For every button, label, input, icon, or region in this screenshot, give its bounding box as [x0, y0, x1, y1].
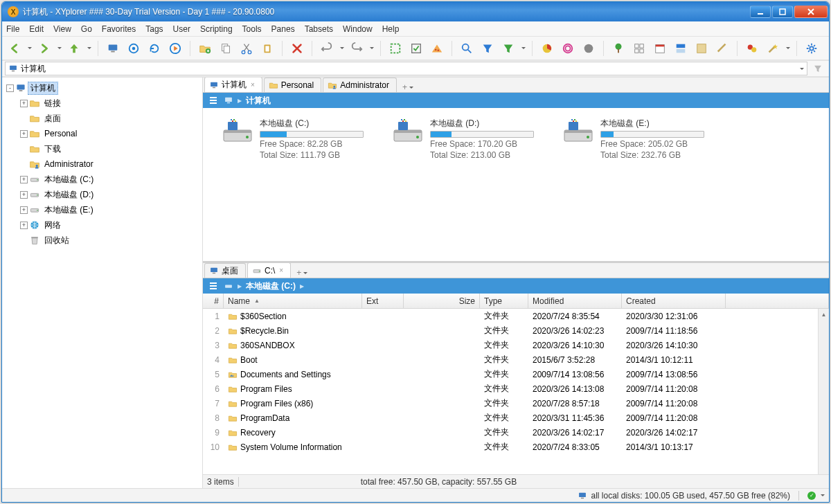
- expand-toggle[interactable]: +: [20, 191, 28, 199]
- calendar-icon[interactable]: [652, 40, 668, 57]
- address-dropdown[interactable]: [800, 68, 804, 70]
- redo-icon[interactable]: [348, 40, 365, 57]
- grid-icon[interactable]: [631, 40, 647, 57]
- maximize-button[interactable]: [772, 6, 793, 18]
- status-ok-icon[interactable]: ✓: [807, 492, 816, 500]
- tree-node[interactable]: +本地磁盘 (C:): [3, 172, 201, 187]
- menu-view[interactable]: View: [53, 24, 71, 34]
- expand-toggle[interactable]: [20, 115, 28, 123]
- copy-icon[interactable]: [217, 40, 234, 57]
- menu-icon[interactable]: [207, 94, 220, 107]
- tree-node[interactable]: +本地磁盘 (D:): [3, 187, 201, 202]
- search-icon[interactable]: [458, 40, 475, 57]
- up-button[interactable]: [66, 40, 82, 57]
- table-row[interactable]: 10System Volume Information文件夹2020/7/24 …: [203, 440, 829, 454]
- spiral-icon[interactable]: [560, 40, 576, 57]
- folder-tree[interactable]: -计算机+链接桌面+Personal下载Administrator+本地磁盘 (…: [2, 78, 203, 488]
- drive-item[interactable]: 本地磁盘 (E:)Free Space: 205.02 GBTotal Size…: [562, 118, 704, 160]
- col-created[interactable]: Created: [622, 294, 726, 308]
- table-row[interactable]: 2$Recycle.Bin文件夹2020/3/26 14:02:232009/7…: [203, 323, 829, 338]
- filter-dropdown[interactable]: [521, 47, 526, 49]
- minimize-button[interactable]: [750, 6, 771, 18]
- forward-button[interactable]: [36, 40, 53, 57]
- menu-edit[interactable]: Edit: [29, 24, 44, 34]
- pie-icon[interactable]: [539, 40, 555, 57]
- menu-tags[interactable]: Tags: [145, 24, 163, 34]
- circle-icon[interactable]: [580, 40, 597, 57]
- tab[interactable]: Administrator: [323, 78, 397, 92]
- table-row[interactable]: 3360SANDBOX文件夹2020/3/26 14:10:302020/3/2…: [203, 338, 829, 352]
- tree-node[interactable]: +本地磁盘 (E:): [3, 202, 201, 217]
- wand-icon[interactable]: [765, 40, 781, 57]
- col-size[interactable]: Size: [404, 294, 480, 308]
- table-row[interactable]: 8ProgramData文件夹2020/3/31 11:45:362009/7/…: [203, 411, 829, 425]
- drive-item[interactable]: 本地磁盘 (C:)Free Space: 82.28 GBTotal Size:…: [221, 118, 364, 160]
- menu-window[interactable]: Window: [343, 24, 373, 34]
- cut-icon[interactable]: [238, 40, 255, 57]
- expand-toggle[interactable]: [20, 145, 28, 153]
- panel-icon[interactable]: [693, 40, 710, 57]
- filter-icon[interactable]: [479, 40, 496, 57]
- add-tab-button[interactable]: +: [292, 268, 312, 278]
- wand-dropdown[interactable]: [786, 47, 790, 49]
- menu-icon[interactable]: [207, 280, 220, 292]
- table-row[interactable]: 6Program Files文件夹2020/3/26 14:13:082009/…: [203, 381, 829, 396]
- back-button[interactable]: [6, 40, 23, 57]
- tree-icon[interactable]: [610, 40, 627, 57]
- forward-dropdown[interactable]: [57, 47, 62, 49]
- close-tab-icon[interactable]: ×: [251, 81, 255, 89]
- col-modified[interactable]: Modified: [528, 294, 622, 308]
- play-icon[interactable]: [167, 40, 184, 57]
- expand-toggle[interactable]: +: [20, 130, 28, 138]
- refresh-icon[interactable]: [146, 40, 163, 57]
- table-row[interactable]: 1$360Section文件夹2020/7/24 8:35:542020/3/3…: [203, 309, 829, 323]
- add-tab-button[interactable]: +: [398, 82, 418, 92]
- menu-file[interactable]: File: [6, 24, 19, 34]
- menu-user[interactable]: User: [173, 24, 190, 34]
- tree-node[interactable]: 回收站: [3, 233, 201, 248]
- address-input[interactable]: 计算机: [5, 62, 807, 75]
- bottom-breadcrumb[interactable]: ▸ 本地磁盘 (C:) ▸: [203, 278, 829, 294]
- tab[interactable]: C:\×: [247, 263, 291, 278]
- paste-icon[interactable]: [259, 40, 276, 57]
- select-icon[interactable]: [387, 40, 404, 57]
- tree-node[interactable]: 下载: [3, 141, 201, 156]
- split-icon[interactable]: [672, 40, 689, 57]
- scrollbar[interactable]: ▲: [818, 309, 829, 474]
- expand-toggle[interactable]: [20, 237, 28, 244]
- expand-toggle[interactable]: +: [20, 100, 28, 107]
- status-dropdown[interactable]: [821, 494, 825, 496]
- redo-dropdown[interactable]: [370, 47, 374, 49]
- close-tab-icon[interactable]: ×: [279, 267, 283, 274]
- top-breadcrumb[interactable]: ▸ 计算机: [203, 93, 829, 108]
- menu-tabsets[interactable]: Tabsets: [305, 24, 333, 34]
- menu-scripting[interactable]: Scripting: [200, 24, 233, 34]
- quick-filter-icon[interactable]: [810, 62, 826, 75]
- expand-toggle[interactable]: -: [6, 84, 14, 92]
- menu-favorites[interactable]: Favorites: [102, 24, 136, 34]
- computer-icon[interactable]: [105, 40, 121, 57]
- up-dropdown[interactable]: [87, 47, 91, 49]
- menu-help[interactable]: Help: [382, 24, 400, 34]
- table-row[interactable]: 7Program Files (x86)文件夹2020/7/28 8:57:18…: [203, 396, 829, 411]
- blob-icon[interactable]: [744, 40, 760, 57]
- expand-toggle[interactable]: +: [20, 206, 28, 214]
- close-button[interactable]: [794, 6, 828, 18]
- col-name[interactable]: Name▲: [224, 294, 362, 308]
- tab[interactable]: Personal: [264, 78, 321, 92]
- undo-icon[interactable]: [319, 40, 335, 57]
- col-type[interactable]: Type: [480, 294, 528, 308]
- top-content[interactable]: 本地磁盘 (C:)Free Space: 82.28 GBTotal Size:…: [203, 108, 829, 261]
- new-folder-icon[interactable]: [197, 40, 213, 57]
- breadcrumb-current[interactable]: 计算机: [246, 95, 271, 107]
- tree-node[interactable]: +Personal: [3, 126, 201, 141]
- tree-node[interactable]: -计算机: [3, 80, 201, 96]
- check-icon[interactable]: [408, 40, 425, 57]
- table-row[interactable]: 9Recovery文件夹2020/3/26 14:02:172020/3/26 …: [203, 425, 829, 440]
- breadcrumb-current[interactable]: 本地磁盘 (C:): [246, 280, 296, 292]
- undo-dropdown[interactable]: [340, 47, 344, 49]
- table-row[interactable]: 5Documents and Settings文件夹2009/7/14 13:0…: [203, 367, 829, 381]
- expand-toggle[interactable]: [20, 161, 28, 168]
- tree-node[interactable]: Administrator: [3, 156, 201, 172]
- expand-toggle[interactable]: +: [20, 222, 28, 229]
